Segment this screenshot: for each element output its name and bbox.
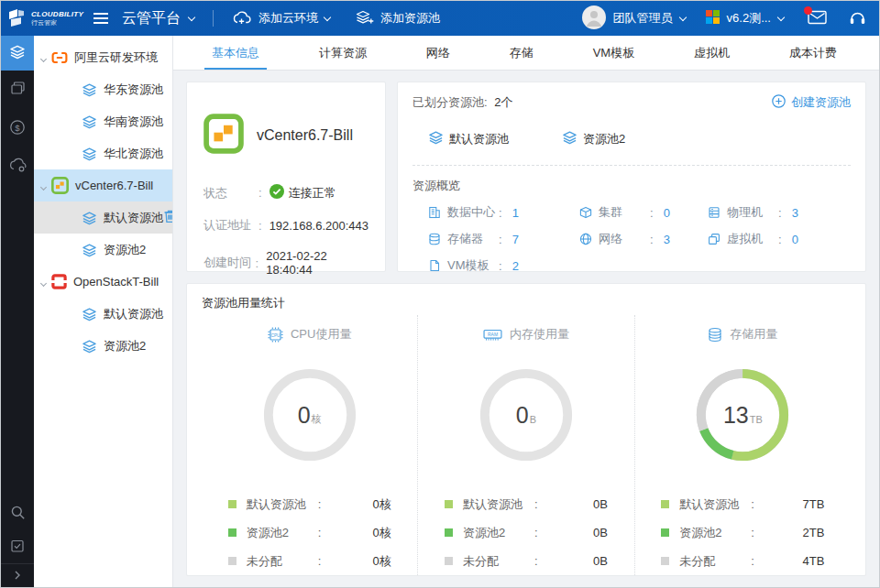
- stat-label: 存储器: [447, 231, 499, 247]
- stat-datacenter: 数据中心:1: [428, 204, 579, 221]
- tab-3[interactable]: 存储: [510, 36, 534, 70]
- resource-pool-icon: [428, 130, 444, 147]
- pools-count-value: 2个: [494, 95, 512, 109]
- tree-node-0-child-0[interactable]: 华东资源池: [34, 73, 172, 105]
- tree-node-2-child-0[interactable]: 默认资源池: [34, 298, 172, 330]
- stat-value: 1: [512, 206, 519, 220]
- tab-label: 虚拟机: [694, 45, 730, 61]
- resource-pool-icon: [82, 211, 97, 225]
- tree-node-1-child-0[interactable]: 默认资源池: [34, 201, 172, 234]
- colon: :: [499, 206, 502, 220]
- tab-bar: 基本信息计算资源网络存储VM模板虚拟机成本计费: [173, 36, 879, 71]
- tree-node-0-child-1[interactable]: 华南资源池: [34, 105, 172, 137]
- user-role-label: 团队管理员: [613, 10, 673, 27]
- add-resource-pool-button[interactable]: 添加资源池: [356, 9, 440, 27]
- usage-column-0: CPUCPU使用量0核默认资源池:0核资源池2:0核未分配:0核: [202, 315, 417, 575]
- sessions-icon: [10, 81, 26, 99]
- disk-icon: [708, 327, 722, 343]
- legend-swatch: [228, 528, 236, 537]
- billing-icon: $: [9, 119, 26, 138]
- donut-center-label: 0核: [260, 365, 359, 464]
- stat-label: 物理机: [727, 204, 778, 221]
- app-title-dropdown[interactable]: 云管平台: [122, 9, 194, 28]
- tree-node-label: 华东资源池: [104, 82, 163, 98]
- legend-value: 7TB: [765, 497, 824, 511]
- chart-legend: 默认资源池:0B资源池2:0B未分配:0B: [445, 490, 608, 575]
- rail-item-sessions[interactable]: [1, 71, 34, 109]
- tab-6[interactable]: 成本计费: [789, 36, 837, 70]
- legend-swatch: [661, 528, 669, 537]
- chevron-down-icon: [41, 50, 46, 64]
- pools-count-label: 已划分资源池:: [412, 95, 488, 109]
- info-value: 连接正常: [270, 184, 336, 201]
- add-cloud-env-button[interactable]: 添加云环境: [232, 10, 330, 27]
- brand-name: CLOUDBILITY: [31, 11, 83, 18]
- stat-value: 3: [792, 206, 798, 220]
- chevron-right-icon: [13, 569, 22, 583]
- tree-node-2-child-1[interactable]: 资源池2: [34, 330, 172, 362]
- tab-4[interactable]: VM模板: [593, 36, 635, 70]
- stat-value: 0: [664, 206, 670, 220]
- vm-icon: [708, 233, 720, 245]
- create-pool-button[interactable]: 创建资源池: [772, 94, 851, 111]
- rail-item-billing[interactable]: $: [1, 109, 34, 147]
- pool-chip-1[interactable]: 资源池2: [562, 130, 625, 147]
- donut-value: 13: [723, 402, 749, 429]
- pool-chip-0[interactable]: 默认资源池: [428, 130, 509, 147]
- tab-5[interactable]: 虚拟机: [694, 36, 730, 70]
- tab-0[interactable]: 基本信息: [212, 36, 259, 70]
- rail-item-audit[interactable]: [1, 530, 34, 563]
- tab-1[interactable]: 计算资源: [319, 36, 367, 70]
- colon: :: [650, 233, 654, 246]
- vmtemplate-icon: [428, 259, 441, 272]
- tree-node-label: 资源池2: [104, 242, 146, 258]
- add-resource-pool-label: 添加资源池: [380, 10, 440, 27]
- info-value-text: 连接正常: [289, 185, 336, 201]
- pool-usage-card: 资源池用量统计 CPUCPU使用量0核默认资源池:0核资源池2:0核未分配:0核…: [186, 283, 866, 576]
- support-button[interactable]: [849, 9, 866, 28]
- user-menu-dropdown[interactable]: 团队管理员: [582, 5, 686, 32]
- legend-swatch: [661, 500, 669, 508]
- rail-item-cloud-services[interactable]: [1, 147, 34, 186]
- stat-value: 3: [664, 233, 670, 246]
- tab-label: 计算资源: [319, 45, 367, 61]
- tree-node-2[interactable]: OpenStackT-Bill: [34, 266, 172, 298]
- rail-expand-button[interactable]: [1, 563, 34, 587]
- datacenter-icon: [428, 206, 441, 219]
- messages-button[interactable]: [808, 10, 827, 27]
- donut-center-label: 0B: [477, 365, 576, 464]
- rail-item-search[interactable]: [1, 497, 34, 530]
- legend-row: 默认资源池:7TB: [661, 490, 824, 518]
- legend-value: 0B: [549, 554, 608, 568]
- stat-vm: 虚拟机:0: [708, 231, 851, 247]
- audit-icon: [10, 539, 25, 556]
- stat-network: 网络:3: [579, 231, 708, 247]
- tab-label: 存储: [510, 45, 534, 61]
- resource-pool-icon: [82, 243, 97, 257]
- cloudbility-logo-icon: [7, 7, 28, 30]
- rail-item-cloud-resources[interactable]: [1, 36, 34, 71]
- delete-pool-button[interactable]: [163, 209, 173, 226]
- openstack-icon: [51, 274, 67, 289]
- cloud-info-card: vCenter6.7-Bill 状态:连接正常认证地址:192.168.6.20…: [186, 82, 386, 272]
- tab-2[interactable]: 网络: [426, 36, 450, 70]
- version-dropdown[interactable]: v6.2测...: [706, 10, 784, 27]
- vsphere-logo-icon: [204, 114, 244, 157]
- hamburger-menu-icon[interactable]: [93, 12, 109, 25]
- topbar: CLOUDBILITY 行云管家 云管平台 添加云环境 添加资源池: [1, 1, 879, 36]
- legend-name: 默认资源池: [247, 496, 318, 513]
- resource-pools-card: 已划分资源池: 2个 创建资源池 默认资源池资源池2 资源概览 数据: [397, 82, 866, 272]
- tree-node-0-child-2[interactable]: 华北资源池: [34, 137, 172, 169]
- legend-value: 0核: [333, 553, 391, 570]
- tree-node-0[interactable]: 阿里云研发环境: [34, 41, 172, 73]
- stat-label: VM模板: [447, 257, 499, 274]
- resource-pool-icon: [82, 82, 97, 97]
- tree-node-1[interactable]: vCenter6.7-Bill: [34, 169, 172, 201]
- tree-node-label: 华北资源池: [104, 146, 163, 162]
- stat-label: 数据中心: [447, 204, 499, 221]
- usage-column-2: 存储用量13TB默认资源池:7TB资源池2:2TB未分配:4TB: [634, 315, 851, 575]
- tree-node-1-child-1[interactable]: 资源池2: [34, 234, 172, 266]
- tree-node-label: OpenStackT-Bill: [73, 275, 159, 289]
- legend-value: 0核: [333, 525, 391, 541]
- stat-cluster: 集群:0: [579, 204, 708, 221]
